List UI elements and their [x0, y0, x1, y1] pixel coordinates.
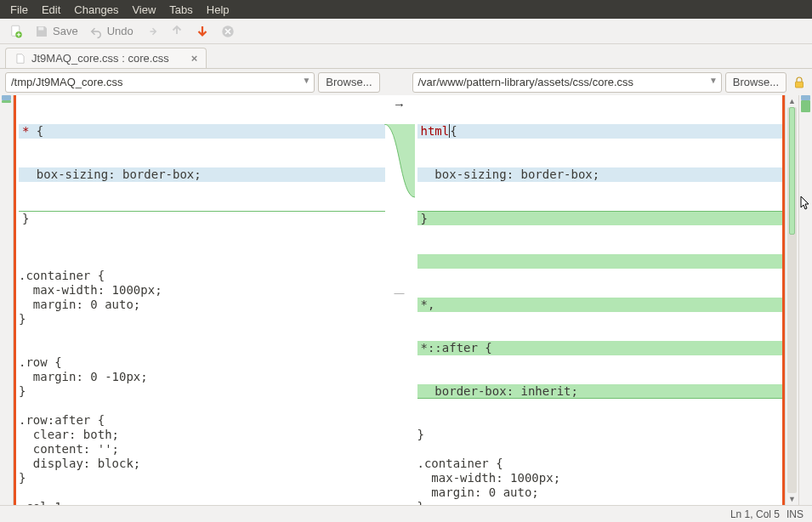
vertical-scrollbar[interactable]: ▲ ▼ [785, 95, 798, 505]
tab-file[interactable]: Jt9MAQ_core.css : core.css × [5, 48, 207, 68]
toolbar: Save Undo [0, 19, 812, 44]
diff-area: * { box-sizing: border-box; } .container… [0, 95, 812, 505]
close-icon[interactable]: × [191, 52, 198, 65]
undo-label: Undo [107, 25, 133, 37]
right-overview[interactable] [798, 95, 812, 505]
menu-tabs[interactable]: Tabs [162, 1, 199, 19]
next-change-button[interactable] [191, 21, 213, 42]
redo-button [140, 21, 162, 42]
right-code-body: } .container { max-width: 1000px; margin… [417, 428, 786, 505]
mouse-cursor [800, 196, 810, 211]
chevron-down-icon[interactable]: ▼ [709, 76, 718, 85]
prev-change-button [166, 21, 188, 42]
menu-file[interactable]: File [3, 1, 35, 19]
right-line: border-box: inherit; [417, 384, 786, 399]
left-path-group: /tmp/Jt9MAQ_core.css ▼ Browse... [5, 72, 380, 93]
right-path-text: /var/www/pattern-library/assets/css/core… [418, 76, 634, 88]
cursor-position: Ln 1, Col 5 [730, 508, 780, 520]
left-path-text: /tmp/Jt9MAQ_core.css [11, 76, 122, 88]
svg-rect-4 [796, 82, 803, 88]
menu-view[interactable]: View [125, 1, 162, 19]
chevron-down-icon[interactable]: ▼ [302, 76, 310, 85]
right-path-group: /var/www/pattern-library/assets/css/core… [412, 72, 787, 93]
right-pane: ← ← html{ box-sizing: border-box; } *, *… [414, 95, 786, 505]
link-swoop [384, 124, 415, 201]
menu-changes[interactable]: Changes [67, 1, 125, 19]
undo-button[interactable]: Undo [85, 21, 137, 42]
left-line: box-sizing: border-box; [19, 167, 385, 182]
browse-right-button[interactable]: Browse... [725, 72, 786, 93]
left-line: * { [19, 124, 385, 139]
collapsed-indicator: — [395, 287, 405, 299]
document-icon [14, 53, 26, 65]
diff-gutter: → — [385, 95, 414, 505]
left-path-input[interactable]: /tmp/Jt9MAQ_core.css ▼ [5, 72, 315, 93]
scroll-up-icon[interactable]: ▲ [786, 95, 798, 107]
right-line: } [417, 211, 786, 225]
new-button[interactable] [5, 21, 27, 42]
scroll-down-icon[interactable]: ▼ [786, 493, 798, 505]
right-line: html{ [417, 124, 786, 139]
right-path-input[interactable]: /var/www/pattern-library/assets/css/core… [412, 72, 722, 93]
lock-icon[interactable] [792, 75, 807, 90]
menu-edit[interactable]: Edit [35, 1, 67, 19]
tabstrip: Jt9MAQ_core.css : core.css × [0, 44, 812, 68]
right-line: *, [417, 298, 786, 312]
tab-label: Jt9MAQ_core.css : core.css [31, 52, 169, 65]
stop-button [217, 21, 239, 42]
push-right-icon[interactable]: → [393, 97, 406, 111]
right-line: *::after { [417, 341, 786, 355]
save-button[interactable]: Save [31, 21, 82, 42]
menu-help[interactable]: Help [200, 1, 236, 19]
left-pane: * { box-sizing: border-box; } .container… [14, 95, 385, 505]
scroll-thumb[interactable] [789, 107, 795, 235]
menubar: File Edit Changes View Tabs Help [0, 0, 812, 19]
left-line: } [19, 211, 385, 225]
save-label: Save [53, 25, 78, 37]
svg-rect-2 [38, 26, 43, 30]
right-line: box-sizing: border-box; [417, 167, 786, 182]
right-line [417, 254, 786, 269]
left-overview[interactable] [0, 95, 14, 505]
insert-mode: INS [786, 508, 803, 520]
statusbar: Ln 1, Col 5 INS [0, 505, 812, 522]
pathbar: /tmp/Jt9MAQ_core.css ▼ Browse... /var/ww… [0, 68, 812, 95]
browse-left-button[interactable]: Browse... [318, 72, 379, 93]
left-code-body: .container { max-width: 1000px; margin: … [19, 254, 385, 505]
